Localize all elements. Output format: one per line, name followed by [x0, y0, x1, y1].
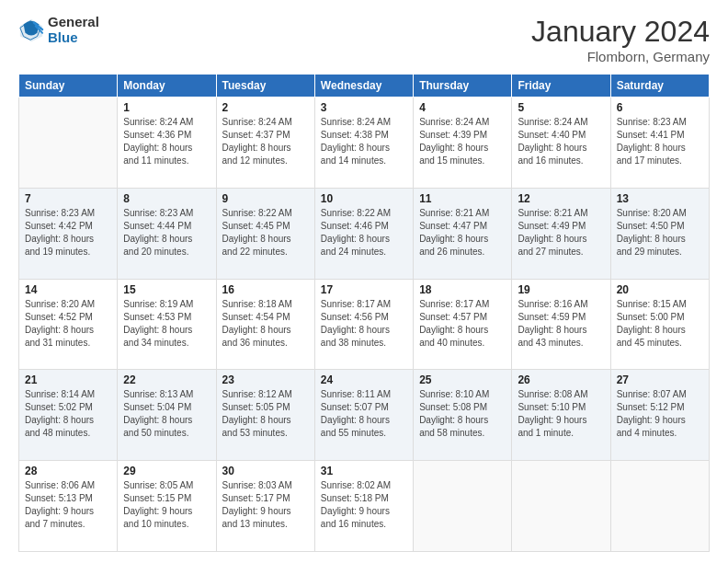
day-number: 4 [419, 101, 506, 114]
calendar-cell: 11Sunrise: 8:21 AMSunset: 4:47 PMDayligh… [414, 188, 512, 279]
logo-text: General Blue [48, 15, 99, 45]
day-number: 10 [321, 192, 407, 205]
calendar-cell: 20Sunrise: 8:15 AMSunset: 5:00 PMDayligh… [610, 279, 709, 370]
day-info: Sunrise: 8:19 AMSunset: 4:53 PMDaylight:… [123, 298, 210, 350]
calendar-cell: 3Sunrise: 8:24 AMSunset: 4:38 PMDaylight… [314, 98, 413, 189]
calendar-cell: 27Sunrise: 8:07 AMSunset: 5:12 PMDayligh… [610, 370, 709, 461]
day-number: 1 [123, 101, 210, 114]
location-title: Flomborn, Germany [531, 49, 710, 64]
logo-blue-label: Blue [48, 30, 99, 46]
calendar-cell: 19Sunrise: 8:16 AMSunset: 4:59 PMDayligh… [512, 279, 610, 370]
day-number: 11 [419, 192, 506, 205]
day-info: Sunrise: 8:05 AMSunset: 5:15 PMDaylight:… [123, 479, 210, 531]
col-header-wednesday: Wednesday [314, 75, 413, 98]
calendar-week-row: 7Sunrise: 8:23 AMSunset: 4:42 PMDaylight… [19, 188, 710, 279]
day-number: 17 [321, 283, 407, 296]
calendar-cell: 9Sunrise: 8:22 AMSunset: 4:45 PMDaylight… [216, 188, 314, 279]
day-info: Sunrise: 8:24 AMSunset: 4:37 PMDaylight:… [222, 116, 309, 167]
calendar-cell [19, 98, 118, 189]
day-info: Sunrise: 8:24 AMSunset: 4:39 PMDaylight:… [419, 116, 506, 167]
day-number: 22 [123, 373, 210, 386]
day-info: Sunrise: 8:11 AMSunset: 5:07 PMDaylight:… [321, 388, 407, 440]
col-header-sunday: Sunday [19, 75, 118, 98]
day-number: 13 [617, 192, 703, 205]
calendar-cell: 15Sunrise: 8:19 AMSunset: 4:53 PMDayligh… [118, 279, 216, 370]
calendar-cell [512, 461, 610, 552]
col-header-monday: Monday [118, 75, 216, 98]
page: General Blue January 2024 Flomborn, Germ… [0, 0, 728, 563]
calendar-cell: 1Sunrise: 8:24 AMSunset: 4:36 PMDaylight… [118, 98, 216, 189]
day-info: Sunrise: 8:02 AMSunset: 5:18 PMDaylight:… [321, 479, 407, 531]
calendar-cell: 6Sunrise: 8:23 AMSunset: 4:41 PMDaylight… [610, 98, 709, 189]
logo: General Blue [18, 15, 99, 45]
day-number: 18 [419, 283, 506, 296]
calendar-week-row: 14Sunrise: 8:20 AMSunset: 4:52 PMDayligh… [19, 279, 710, 370]
day-number: 14 [25, 283, 111, 296]
day-number: 6 [617, 101, 703, 114]
calendar-cell: 24Sunrise: 8:11 AMSunset: 5:07 PMDayligh… [314, 370, 413, 461]
calendar-cell: 25Sunrise: 8:10 AMSunset: 5:08 PMDayligh… [414, 370, 512, 461]
day-info: Sunrise: 8:13 AMSunset: 5:04 PMDaylight:… [123, 388, 210, 440]
day-info: Sunrise: 8:10 AMSunset: 5:08 PMDaylight:… [419, 388, 506, 440]
calendar-cell: 28Sunrise: 8:06 AMSunset: 5:13 PMDayligh… [19, 461, 118, 552]
calendar-cell: 26Sunrise: 8:08 AMSunset: 5:10 PMDayligh… [512, 370, 610, 461]
calendar-cell: 13Sunrise: 8:20 AMSunset: 4:50 PMDayligh… [610, 188, 709, 279]
calendar-cell: 16Sunrise: 8:18 AMSunset: 4:54 PMDayligh… [216, 279, 314, 370]
day-number: 8 [123, 192, 210, 205]
day-number: 23 [222, 373, 309, 386]
day-number: 15 [123, 283, 210, 296]
day-info: Sunrise: 8:24 AMSunset: 4:36 PMDaylight:… [123, 116, 210, 167]
calendar-cell [414, 461, 512, 552]
col-header-saturday: Saturday [610, 75, 709, 98]
month-title: January 2024 [531, 15, 710, 49]
day-number: 31 [321, 465, 407, 477]
day-number: 12 [518, 192, 604, 205]
calendar-cell: 30Sunrise: 8:03 AMSunset: 5:17 PMDayligh… [216, 461, 314, 552]
day-number: 26 [518, 373, 604, 386]
day-number: 20 [617, 283, 703, 296]
day-info: Sunrise: 8:23 AMSunset: 4:41 PMDaylight:… [617, 116, 703, 167]
calendar-cell: 4Sunrise: 8:24 AMSunset: 4:39 PMDaylight… [414, 98, 512, 189]
day-info: Sunrise: 8:21 AMSunset: 4:47 PMDaylight:… [419, 207, 506, 259]
calendar-cell: 14Sunrise: 8:20 AMSunset: 4:52 PMDayligh… [19, 279, 118, 370]
day-info: Sunrise: 8:06 AMSunset: 5:13 PMDaylight:… [25, 479, 111, 531]
day-info: Sunrise: 8:08 AMSunset: 5:10 PMDaylight:… [518, 388, 604, 440]
col-header-tuesday: Tuesday [216, 75, 314, 98]
calendar-cell [610, 461, 709, 552]
day-number: 21 [25, 373, 111, 386]
calendar-cell: 18Sunrise: 8:17 AMSunset: 4:57 PMDayligh… [414, 279, 512, 370]
day-number: 28 [25, 465, 111, 477]
day-info: Sunrise: 8:21 AMSunset: 4:49 PMDaylight:… [518, 207, 604, 259]
day-info: Sunrise: 8:18 AMSunset: 4:54 PMDaylight:… [222, 298, 309, 350]
day-number: 3 [321, 101, 407, 114]
col-header-thursday: Thursday [414, 75, 512, 98]
calendar-cell: 10Sunrise: 8:22 AMSunset: 4:46 PMDayligh… [314, 188, 413, 279]
calendar-week-row: 28Sunrise: 8:06 AMSunset: 5:13 PMDayligh… [19, 461, 710, 552]
day-info: Sunrise: 8:16 AMSunset: 4:59 PMDaylight:… [518, 298, 604, 350]
calendar-cell: 2Sunrise: 8:24 AMSunset: 4:37 PMDaylight… [216, 98, 314, 189]
day-info: Sunrise: 8:24 AMSunset: 4:38 PMDaylight:… [321, 116, 407, 167]
day-info: Sunrise: 8:14 AMSunset: 5:02 PMDaylight:… [25, 388, 111, 440]
day-number: 19 [518, 283, 604, 296]
day-info: Sunrise: 8:15 AMSunset: 5:00 PMDaylight:… [617, 298, 703, 350]
calendar-cell: 7Sunrise: 8:23 AMSunset: 4:42 PMDaylight… [19, 188, 118, 279]
title-block: January 2024 Flomborn, Germany [531, 15, 710, 64]
header: General Blue January 2024 Flomborn, Germ… [18, 15, 710, 64]
day-info: Sunrise: 8:17 AMSunset: 4:56 PMDaylight:… [321, 298, 407, 350]
day-number: 7 [25, 192, 111, 205]
day-info: Sunrise: 8:23 AMSunset: 4:42 PMDaylight:… [25, 207, 111, 259]
logo-icon [18, 17, 44, 43]
calendar-header-row: SundayMondayTuesdayWednesdayThursdayFrid… [19, 75, 710, 98]
day-info: Sunrise: 8:07 AMSunset: 5:12 PMDaylight:… [617, 388, 703, 440]
day-number: 30 [222, 465, 309, 477]
day-number: 9 [222, 192, 309, 205]
day-info: Sunrise: 8:23 AMSunset: 4:44 PMDaylight:… [123, 207, 210, 259]
calendar-cell: 21Sunrise: 8:14 AMSunset: 5:02 PMDayligh… [19, 370, 118, 461]
day-number: 25 [419, 373, 506, 386]
calendar-cell: 17Sunrise: 8:17 AMSunset: 4:56 PMDayligh… [314, 279, 413, 370]
calendar-table: SundayMondayTuesdayWednesdayThursdayFrid… [18, 74, 710, 552]
calendar-cell: 5Sunrise: 8:24 AMSunset: 4:40 PMDaylight… [512, 98, 610, 189]
day-number: 2 [222, 101, 309, 114]
day-number: 16 [222, 283, 309, 296]
day-info: Sunrise: 8:17 AMSunset: 4:57 PMDaylight:… [419, 298, 506, 350]
